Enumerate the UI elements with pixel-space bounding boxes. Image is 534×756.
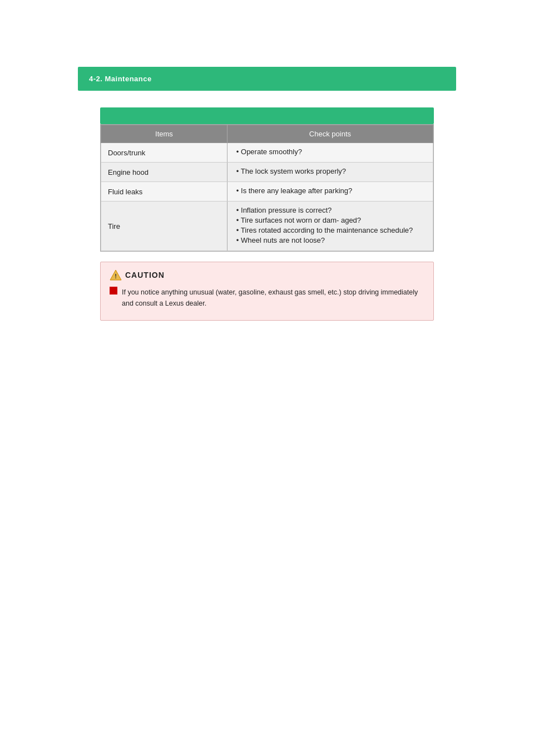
svg-text:!: ! [115,273,117,279]
table-cell-checks: Inflation pressure is correct?Tire surfa… [227,202,433,251]
table-row: Doors/trunkOperate smoothly? [101,143,433,163]
table-row: TireInflation pressure is correct?Tire s… [101,202,433,251]
table-cell-item: Fluid leaks [101,182,228,202]
table-cell-checks: The lock system works properly? [227,163,433,182]
caution-bullet-icon [110,287,117,294]
check-point: Operate smoothly? [234,148,426,156]
table-cell-item: Tire [101,202,228,251]
check-point: Is there any leakage after parking? [234,186,426,195]
col-items-header: Items [101,125,228,143]
maintenance-table: Items Check points Doors/trunkOperate sm… [101,125,433,251]
header-bar: 4-2. Maintenance [78,67,456,91]
check-point: Tire surfaces not worn or dam- aged? [234,216,426,224]
maintenance-table-container: Items Check points Doors/trunkOperate sm… [100,124,434,252]
header-title: 4-2. Maintenance [89,75,152,83]
table-cell-item: Engine hood [101,163,228,182]
check-point: Inflation pressure is correct? [234,206,426,214]
caution-icon: ! [110,269,122,281]
caution-header: ! CAUTION [110,269,424,281]
caution-text: If you notice anything unusual (water, g… [122,287,424,309]
caution-title: CAUTION [125,271,165,279]
check-point: Wheel nuts are not loose? [234,236,426,244]
caution-content: If you notice anything unusual (water, g… [110,287,424,309]
check-point: The lock system works properly? [234,167,426,175]
table-row: Fluid leaksIs there any leakage after pa… [101,182,433,202]
section-title-bar [100,107,434,124]
table-cell-checks: Is there any leakage after parking? [227,182,433,202]
table-row: Engine hoodThe lock system works properl… [101,163,433,182]
page-container: 4-2. Maintenance Items Check points Door… [0,67,534,756]
col-checkpoints-header: Check points [227,125,433,143]
check-point: Tires rotated according to the maintenan… [234,226,426,234]
table-cell-item: Doors/trunk [101,143,228,163]
table-cell-checks: Operate smoothly? [227,143,433,163]
caution-box: ! CAUTION If you notice anything unusual… [100,262,434,321]
